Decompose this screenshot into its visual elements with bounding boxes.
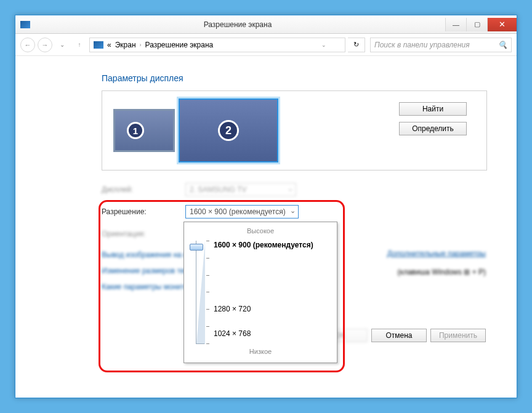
page-title: Параметры дисплея [102,73,487,83]
display-combo[interactable]: 2. SAMSUNG TV [185,183,296,196]
window-title: Разрешение экрана [30,20,445,29]
detect-button[interactable]: Определить [399,122,467,135]
maximize-button[interactable]: ▢ [466,18,487,31]
search-placeholder: Поиск в панели управления [374,41,470,49]
resolution-label: Разрешение: [102,207,185,216]
up-button[interactable]: ↑ [72,38,87,52]
monitor-2[interactable]: 2 [179,98,278,162]
slider-low-label: Низкое [190,348,331,355]
monitor-number: 1 [127,122,144,139]
breadcrumb-item[interactable]: Разрешение экрана [145,41,214,49]
breadcrumb-item[interactable]: Экран [115,41,136,49]
refresh-button[interactable]: ↻ [348,38,365,52]
resolution-slider[interactable] [190,241,209,345]
slider-value-labels: 1600 × 900 (рекомендуется) 1280 × 720 10… [214,237,331,348]
chevron-down-icon[interactable]: ⌄ [321,42,326,48]
slider-ticks [206,241,209,344]
slider-high-label: Высокое [190,227,331,235]
breadcrumb-prefix: « [107,41,111,49]
cancel-button[interactable]: Отмена [371,329,427,342]
dialog-buttons: OK Отмена Применить [312,329,486,342]
orientation-label: Ориентация: [102,230,185,238]
resolution-dropdown[interactable]: Высокое 1600 × 900 (рекомендуется) 1280 … [183,222,337,363]
app-icon [20,21,30,28]
display-label: Дисплей: [102,185,185,194]
resolution-option[interactable]: 1600 × 900 (рекомендуется) [214,241,313,249]
resolution-option[interactable]: 1280 × 720 [214,305,251,313]
breadcrumb-sep-icon: › [140,42,142,48]
back-button[interactable]: ← [20,38,35,52]
search-input[interactable]: Поиск в панели управления 🔍 [370,38,512,52]
slider-thumb[interactable] [190,244,203,251]
resolution-combo[interactable]: 1600 × 900 (рекомендуется) [185,205,299,219]
monitor-number: 2 [218,120,239,141]
history-dropdown-icon[interactable]: ⌄ [55,38,70,52]
close-button[interactable]: ✕ [487,18,517,31]
titlebar[interactable]: Разрешение экрана — ▢ ✕ [15,15,517,34]
breadcrumb-icon [94,41,103,49]
slider-track-edge [196,241,204,344]
apply-button[interactable]: Применить [430,329,486,342]
advanced-settings-link[interactable]: Дополнительные параметры [387,249,486,258]
find-button[interactable]: Найти [399,102,467,116]
resolution-row: Разрешение: 1600 × 900 (рекомендуется) [102,205,487,219]
search-icon: 🔍 [498,41,507,49]
window-frame: Разрешение экрана — ▢ ✕ ← → ⌄ ↑ « Экран … [15,15,517,398]
nav-bar: ← → ⌄ ↑ « Экран › Разрешение экрана ⌄ ↻ … [15,34,517,56]
resolution-option[interactable]: 1024 × 768 [214,329,251,338]
monitor-1[interactable]: 1 [113,109,175,152]
minimize-button[interactable]: — [445,18,466,31]
forward-button[interactable]: → [38,38,52,52]
breadcrumb[interactable]: « Экран › Разрешение экрана ⌄ [89,38,345,52]
display-diagram: 1 2 Найти Определить [102,90,487,170]
win-p-hint: (клавиша Windows ⊞ + P) [398,268,486,276]
display-row: Дисплей: 2. SAMSUNG TV [102,183,487,196]
